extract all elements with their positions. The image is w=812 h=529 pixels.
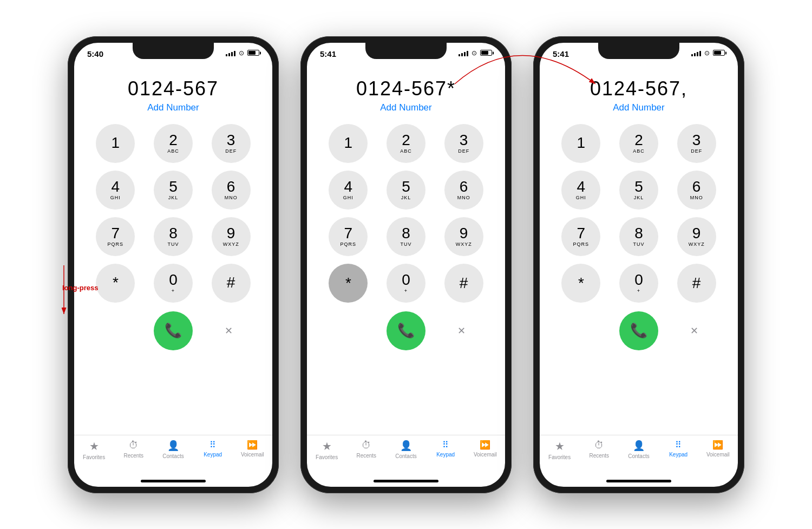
key-1-9[interactable]: 9WXYZ	[212, 217, 251, 256]
key-3-7[interactable]: 7PQRS	[561, 217, 600, 256]
key-2-7[interactable]: 7PQRS	[329, 217, 368, 256]
battery-1	[247, 50, 259, 56]
tab-favorites-1[interactable]: ★ Favorites	[78, 440, 110, 460]
key-1-8[interactable]: 8TUV	[154, 217, 193, 256]
key-1-7[interactable]: 7PQRS	[96, 217, 135, 256]
key-2-6[interactable]: 6MNO	[444, 171, 483, 210]
key-1-5[interactable]: 5JKL	[154, 171, 193, 210]
tab-label-key-3: Keypad	[669, 452, 687, 458]
tab-label-rec-3: Recents	[589, 453, 609, 459]
key-2-8[interactable]: 8TUV	[387, 217, 425, 256]
signal-bar-4	[234, 51, 235, 56]
key-1-0[interactable]: 0+	[154, 264, 193, 303]
time-3: 5:41	[553, 49, 569, 58]
delete-button-1[interactable]: ✕	[217, 319, 240, 343]
key-3-1[interactable]: 1	[561, 124, 600, 163]
key-2-star[interactable]: *	[329, 264, 368, 303]
key-2-5[interactable]: 5JKL	[387, 171, 425, 210]
key-3-9[interactable]: 9WXYZ	[677, 217, 716, 256]
tab-voicemail-2[interactable]: ⏩ Voicemail	[469, 440, 501, 458]
tab-label-keypad-1: Keypad	[204, 452, 222, 458]
notch-1	[133, 43, 214, 59]
key-3-4[interactable]: 4GHI	[561, 171, 600, 210]
tab-keypad-2[interactable]: ⠿ Keypad	[429, 440, 462, 458]
recents-icon-1: ⏱	[129, 440, 139, 451]
status-icons-2: ⊙	[459, 49, 492, 57]
keypad-icon-1: ⠿	[209, 440, 216, 450]
battery-fill-3	[714, 51, 721, 55]
key-2-9[interactable]: 9WXYZ	[444, 217, 483, 256]
tab-recents-2[interactable]: ⏱ Recents	[350, 440, 383, 459]
phone-2-screen: 5:41 ⊙ 012	[307, 43, 505, 487]
delete-button-3[interactable]: ✕	[682, 319, 706, 343]
key-3-0[interactable]: 0+	[619, 264, 658, 303]
key-1-1[interactable]: 1	[96, 124, 135, 163]
call-icon-3: 📞	[630, 322, 647, 339]
phone-3: 5:41 ⊙ 012	[533, 36, 744, 493]
tab-voicemail-3[interactable]: ⏩ Voicemail	[702, 440, 734, 458]
recents-icon-3: ⏱	[594, 440, 604, 451]
tab-favorites-2[interactable]: ★ Favorites	[311, 440, 343, 460]
phone-1-wrapper: long-press 5:40 ⊙	[68, 36, 279, 493]
key-2-4[interactable]: 4GHI	[329, 171, 368, 210]
key-2-3[interactable]: 3DEF	[444, 124, 483, 163]
key-2-2[interactable]: 2ABC	[387, 124, 425, 163]
key-2-hash[interactable]: #	[444, 264, 483, 303]
recents-icon-2: ⏱	[362, 440, 371, 451]
key-3-3[interactable]: 3DEF	[677, 124, 716, 163]
key-3-2[interactable]: 2ABC	[619, 124, 658, 163]
key-3-hash[interactable]: #	[677, 264, 716, 303]
add-number-1[interactable]: Add Number	[74, 102, 272, 113]
call-button-2[interactable]: 📞	[387, 311, 425, 350]
key-2-1[interactable]: 1	[329, 124, 368, 163]
phone-2-wrapper: 5:41 ⊙ 012	[300, 36, 512, 493]
action-row-1: 📞 ✕	[74, 311, 272, 350]
tab-contacts-2[interactable]: 👤 Contacts	[390, 440, 422, 459]
add-number-2[interactable]: Add Number	[307, 102, 505, 113]
tab-label-voicemail-1: Voicemail	[241, 452, 264, 458]
tab-label-rec-2: Recents	[356, 453, 376, 459]
home-indicator-3	[606, 480, 671, 482]
wifi-icon-3: ⊙	[704, 49, 710, 57]
battery-3	[713, 50, 725, 56]
tab-recents-3[interactable]: ⏱ Recents	[583, 440, 615, 459]
key-1-star[interactable]: *	[96, 264, 135, 303]
call-button-3[interactable]: 📞	[619, 311, 658, 350]
tab-label-favorites-1: Favorites	[83, 454, 105, 460]
battery-2	[480, 50, 492, 56]
tab-voicemail-1[interactable]: ⏩ Voicemail	[236, 440, 269, 458]
key-3-8[interactable]: 8TUV	[619, 217, 658, 256]
key-1-2[interactable]: 2ABC	[154, 124, 193, 163]
key-3-star[interactable]: *	[561, 264, 600, 303]
key-1-4[interactable]: 4GHI	[96, 171, 135, 210]
tab-recents-1[interactable]: ⏱ Recents	[117, 440, 150, 459]
phone-1-screen: 5:40 ⊙	[74, 43, 272, 487]
tab-contacts-3[interactable]: 👤 Contacts	[623, 440, 655, 459]
favorites-icon-2: ★	[322, 440, 332, 453]
tab-contacts-1[interactable]: 👤 Contacts	[157, 440, 189, 459]
key-1-3[interactable]: 3DEF	[212, 124, 251, 163]
tab-label-recents-1: Recents	[123, 453, 143, 459]
tab-keypad-1[interactable]: ⠿ Keypad	[197, 440, 229, 458]
status-icons-3: ⊙	[691, 49, 725, 57]
tab-bar-1: ★ Favorites ⏱ Recents 👤 Contacts ⠿ Keypa…	[74, 435, 272, 480]
home-indicator-2	[374, 480, 438, 482]
tab-keypad-3[interactable]: ⠿ Keypad	[662, 440, 695, 458]
tab-favorites-3[interactable]: ★ Favorites	[543, 440, 576, 460]
key-1-hash[interactable]: #	[212, 264, 251, 303]
delete-button-2[interactable]: ✕	[449, 319, 473, 343]
tab-label-contacts-1: Contacts	[162, 453, 184, 459]
key-1-6[interactable]: 6MNO	[212, 171, 251, 210]
notch-3	[598, 43, 679, 59]
tab-label-vm-2: Voicemail	[474, 452, 497, 458]
tab-bar-3: ★ Favorites ⏱ Recents 👤 Contacts ⠿ Keypa…	[540, 435, 738, 480]
action-row-2: 📞 ✕	[307, 311, 505, 350]
phone-2: 5:41 ⊙ 012	[300, 36, 512, 493]
tab-label-con-2: Contacts	[395, 453, 416, 459]
key-3-5[interactable]: 5JKL	[619, 171, 658, 210]
add-number-3[interactable]: Add Number	[540, 102, 738, 113]
key-3-6[interactable]: 6MNO	[677, 171, 716, 210]
call-button-1[interactable]: 📞	[154, 311, 193, 350]
key-2-0[interactable]: 0+	[387, 264, 425, 303]
contacts-icon-3: 👤	[633, 440, 645, 452]
